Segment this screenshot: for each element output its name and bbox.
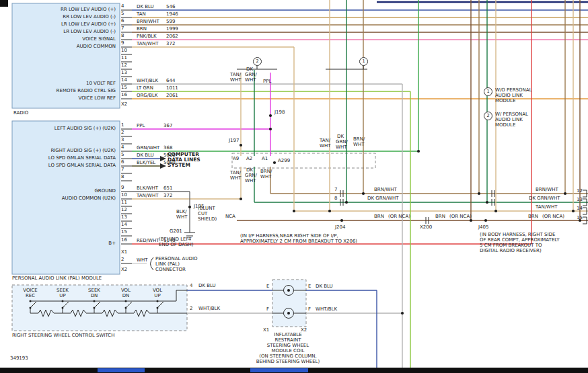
- wire-color-label: PPL: [137, 123, 145, 128]
- wire-color-label: DK BLU: [316, 284, 333, 289]
- connector-label: X2: [121, 267, 127, 272]
- switch-label: REC: [15, 293, 45, 298]
- wire-color-label: PNK/BLK: [137, 34, 157, 39]
- splice-label: J204: [335, 224, 345, 230]
- wire-color-label: BRN/WHT: [536, 187, 558, 192]
- wire-color-label: WHT: [245, 178, 256, 183]
- wire-color-label: GRN/: [245, 72, 257, 77]
- wire-color-label: TAN/WHT: [137, 193, 159, 198]
- circuit-number: 1999: [166, 26, 178, 32]
- pin-number: A9: [233, 156, 239, 161]
- taskbar-item[interactable]: [250, 368, 308, 372]
- signal-label: RR LOW LEV AUDIO (+): [16, 7, 116, 12]
- harness-note: DIGITAL RADIO RECEIVER): [480, 248, 542, 253]
- window-corner-block: [0, 0, 8, 7]
- pin-number: 16: [121, 237, 127, 243]
- signal-label: LO SPD GMLAN SERIAL DATA: [16, 155, 116, 161]
- pal-connector-note: CONNECTOR: [155, 267, 186, 272]
- wire-color-label: TAN/: [320, 138, 330, 143]
- or-nca-label: (OR NCA): [388, 214, 410, 219]
- inline-connector-box: [232, 153, 375, 168]
- steering-box-label: RIGHT STEERING WHEEL CONTROL SWITCH: [12, 333, 115, 338]
- wire-color-label: GRN/: [336, 139, 348, 144]
- signal-label: LEFT AUDIO SIG (+) (U2K): [16, 126, 116, 131]
- ground-id-label: G201: [170, 229, 182, 234]
- pal-connector-note: LINK (PAL): [155, 261, 180, 267]
- switch-label: UP: [143, 293, 172, 298]
- wire-color-label: BRN: [374, 214, 384, 219]
- circuit-number: 651: [163, 185, 172, 191]
- ground-note: END OF DASH): [159, 242, 194, 247]
- wire-color-label: DK: [246, 167, 253, 173]
- switch-label: VOL: [111, 288, 141, 293]
- switch-label: SEEK: [79, 288, 109, 293]
- signal-label: B+: [16, 241, 116, 246]
- wire-color-label: DK GRN/WHT: [367, 196, 399, 201]
- terminal-label: E: [308, 284, 311, 289]
- pin-number: 1: [121, 122, 124, 128]
- signal-label: AUDIO COMMON: [16, 44, 116, 49]
- signal-label: VOICE SIGNAL: [16, 36, 116, 42]
- pin-number: 15: [121, 229, 127, 235]
- pin-number: 3: [121, 137, 124, 142]
- wiring-diagram-svg: [0, 0, 588, 373]
- harness-note: OF REAR COMPT, APPROXIMATELY: [480, 237, 560, 243]
- harness-note: (IN BODY HARNESS, RIGHT SIDE: [480, 232, 555, 237]
- circled-number-2: 2: [484, 112, 492, 120]
- wire-color-label: WHT: [230, 77, 241, 83]
- signal-label: LO SPD GMLAN SERIAL DATA: [16, 163, 116, 168]
- wire-color-label: WHT: [230, 175, 241, 181]
- wire-color-label: DK BLU: [198, 283, 216, 288]
- nca-label: NCA: [225, 214, 235, 219]
- wire-color-label: TAN/WHT: [137, 41, 159, 46]
- taskbar-item[interactable]: [98, 368, 145, 372]
- terminal-label: F: [308, 306, 311, 312]
- wire-color-label: ORG/BLK: [137, 93, 157, 98]
- coil-caption: RESTRAINT: [244, 337, 332, 343]
- connector-label: X1: [121, 249, 127, 255]
- pin-number: 2: [121, 130, 124, 135]
- pin-number: 14: [577, 206, 583, 211]
- terminal-label: E: [266, 284, 269, 289]
- pin-number: 7: [121, 26, 124, 31]
- circuit-number: 367: [163, 123, 172, 128]
- wire-color-label: WHT: [260, 174, 271, 179]
- pin-number: 7: [334, 187, 337, 192]
- wire-color-label: WHT/BLK: [137, 78, 158, 83]
- pin-number: 14: [121, 222, 127, 227]
- coil-box: [272, 280, 306, 327]
- pin-number: 8: [334, 196, 337, 201]
- wire-color-label: DK BLU: [137, 153, 154, 158]
- legend-note: AUDIO LINK: [495, 117, 523, 122]
- document-number: 349193: [10, 356, 28, 361]
- pin-number: 15: [121, 85, 127, 90]
- signal-label: REMOTE RADIO CTRL SIG: [16, 88, 116, 93]
- pin-number: 10: [121, 48, 127, 53]
- circuit-number: 1011: [166, 85, 178, 91]
- switch-label: VOL: [143, 288, 172, 293]
- legend-note: W/ PERSONAL: [495, 112, 528, 117]
- terminal-label: F: [266, 306, 269, 312]
- wire-color-label: DK: [337, 134, 344, 139]
- circuit-number: 599: [166, 19, 175, 24]
- edge-connector-brackets: [583, 190, 587, 224]
- signal-label: LR LOW LEV AUDIO (-): [16, 29, 116, 34]
- wire-color-label: DK: [246, 67, 253, 72]
- splice-label: J198: [274, 110, 285, 115]
- or-nca-label: (OR NCA): [542, 214, 564, 219]
- circled-number-2: 2: [253, 57, 262, 66]
- wire-color-label: DK BLU: [137, 4, 154, 9]
- pin-number: 9: [121, 185, 124, 190]
- pin-number: 6: [121, 18, 124, 24]
- shield-note: (BLUNT: [198, 206, 215, 211]
- signal-label: VOICE LOW REF: [16, 95, 116, 101]
- wire-color-label: LT GRN: [137, 85, 153, 91]
- wire-color-label: WHT/BLK: [316, 306, 337, 312]
- legend-note: AUDIO LINK: [495, 93, 523, 98]
- coil-caption: MODULE COIL: [244, 348, 332, 354]
- wire-color-label: WHT: [137, 257, 147, 263]
- pal-box-label: PERSONAL AUDIO LINK (PAL) MODULE: [12, 276, 102, 281]
- wire-color-label: BRN: [435, 214, 445, 219]
- computer-data-lines-label: SYSTEM: [168, 163, 190, 168]
- pin-number: 2: [190, 306, 192, 311]
